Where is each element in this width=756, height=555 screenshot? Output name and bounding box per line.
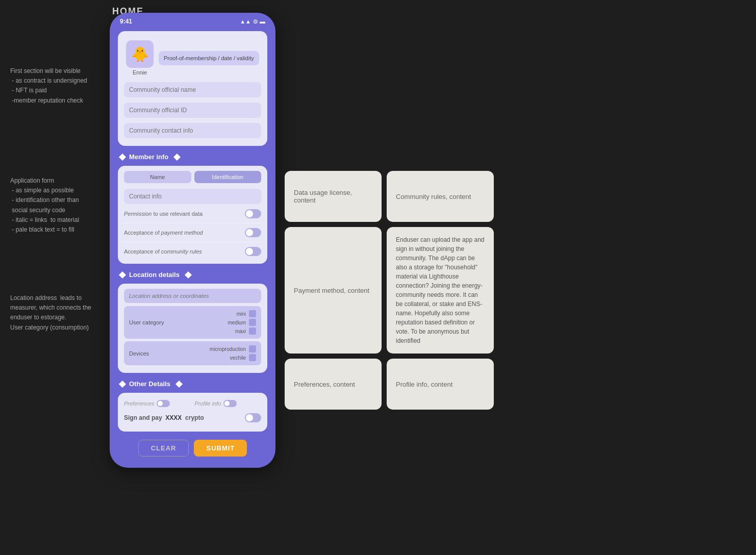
toggle-permission: Permission to use relevant data [124, 207, 261, 221]
toggle-community-rules-label: Acceptance of community rules [124, 248, 202, 255]
option-maxi: maxi [235, 327, 256, 335]
clear-button[interactable]: CLEAR [138, 440, 189, 457]
location-details-card: User category mini medium maxi [118, 284, 267, 373]
data-usage-card: Data usage license, content [285, 171, 382, 222]
button-row: CLEAR SUBMIT [115, 435, 270, 463]
annotation-location: Location address leads to measurer, whic… [10, 293, 112, 333]
devices-box: Devices microproduction vechile [124, 341, 261, 365]
location-input[interactable] [124, 289, 261, 303]
option-maxi-label: maxi [235, 329, 246, 334]
profile-info-content-label: Profile info, content [396, 381, 485, 388]
toggle-community-rules-switch[interactable] [245, 247, 261, 256]
member-info-label: Member info [129, 153, 168, 161]
profile-info-item: Profile info [195, 400, 262, 407]
profile-info-card: Profile info, content [387, 359, 494, 410]
other-details-label: Other Details [129, 380, 170, 388]
other-details-row: Preferences Profile info [124, 398, 261, 409]
enduser-card: Enduser can upload the app and sign in w… [387, 227, 494, 354]
location-details-label: Location details [129, 271, 180, 279]
other-diamond-right [175, 380, 183, 387]
toggle-payment-switch[interactable] [245, 228, 261, 237]
wifi-icon: ⊙ [253, 18, 258, 25]
community-rules-label: Community rules, content [396, 193, 485, 200]
community-contact-info-field[interactable] [124, 123, 261, 138]
sign-text: Sign and pay XXXX crypto [124, 414, 204, 421]
preferences-label: Preferences [124, 400, 154, 407]
option-vechile: vechile [230, 354, 256, 361]
toggle-profile-info[interactable] [223, 400, 237, 407]
battery-icon: ▬ [260, 18, 265, 24]
tab-identification[interactable]: Identification [194, 171, 262, 183]
user-category-box: User category mini medium maxi [124, 306, 261, 339]
sign-row: Sign and pay XXXX crypto [124, 409, 261, 426]
member-info-header: Member info [115, 149, 270, 163]
checkbox-medium[interactable] [249, 319, 256, 326]
user-category-options: mini medium maxi [228, 310, 256, 335]
other-details-header: Other Details [115, 376, 270, 390]
contact-info-field[interactable] [124, 189, 261, 204]
enduser-text: Enduser can upload the app and sign in w… [396, 235, 485, 345]
preferences-card: Preferences, content [285, 359, 382, 410]
option-mini-label: mini [237, 311, 246, 317]
tab-name[interactable]: Name [124, 171, 191, 183]
option-medium-label: medium [228, 320, 246, 325]
member-info-tabs: Name Identification [124, 171, 261, 183]
toggle-sign-pay[interactable] [245, 413, 261, 422]
option-medium: medium [228, 319, 256, 326]
location-diamond-left [119, 271, 126, 278]
option-microproduction-label: microproduction [210, 346, 246, 352]
user-category-label: User category [129, 319, 228, 325]
checkbox-mini[interactable] [249, 310, 256, 317]
location-diamond-right [185, 271, 192, 278]
preferences-item: Preferences [124, 400, 191, 407]
annotation-first-section: First section will be visible - as contr… [10, 66, 112, 106]
profile-info-label: Profile info [195, 400, 221, 407]
status-icons: ▲▲ ⊙ ▬ [240, 18, 265, 25]
member-info-diamond [119, 153, 126, 160]
checkbox-microproduction[interactable] [249, 345, 256, 352]
other-details-card: Preferences Profile info Sign and pay XX… [118, 393, 267, 432]
signal-icon: ▲▲ [240, 18, 251, 24]
checkbox-maxi[interactable] [249, 327, 256, 335]
avatar-emoji: 🐥 [131, 46, 149, 63]
toggle-permission-switch[interactable] [245, 209, 261, 218]
status-bar: 9:41 ▲▲ ⊙ ▬ [110, 13, 275, 28]
community-official-id-field[interactable] [124, 103, 261, 118]
location-details-header: Location details [115, 267, 270, 281]
toggle-payment: Acceptance of payment method [124, 225, 261, 240]
option-mini: mini [237, 310, 256, 317]
sign-currency: crypto [185, 414, 204, 421]
toggle-payment-label: Acceptance of payment method [124, 230, 203, 236]
avatar-name: Ennie [126, 69, 154, 75]
submit-button[interactable]: SUBMIT [194, 440, 247, 457]
payment-method-card: Payment method, content [285, 227, 382, 354]
other-diamond-left [119, 380, 126, 387]
community-official-name-field[interactable] [124, 82, 261, 97]
sign-text-label: Sign and pay [124, 414, 162, 421]
right-content-grid: Data usage license, content Community ru… [285, 171, 494, 410]
status-time: 9:41 [120, 18, 132, 25]
member-info-card: Name Identification Permission to use re… [118, 166, 267, 264]
toggle-permission-label: Permission to use relevant data [124, 211, 203, 217]
avatar: 🐥 [126, 40, 154, 68]
data-usage-label: Data usage license, content [294, 189, 372, 204]
checkbox-vechile[interactable] [249, 354, 256, 361]
payment-method-label: Payment method, content [294, 287, 372, 294]
option-vechile-label: vechile [230, 355, 246, 361]
preferences-content-label: Preferences, content [294, 381, 372, 388]
devices-options: microproduction vechile [210, 345, 256, 361]
annotation-application-form: Application form - as simple as possible… [10, 176, 112, 235]
toggle-preferences[interactable] [157, 400, 170, 407]
proof-of-membership: Proof-of-membership / date / validity [159, 51, 259, 65]
profile-card: 🐥 Ennie Proof-of-membership / date / val… [118, 31, 267, 146]
sign-amount: XXXX [165, 414, 182, 421]
toggle-community-rules: Acceptance of community rules [124, 244, 261, 259]
option-microproduction: microproduction [210, 345, 256, 352]
devices-label: Devices [129, 350, 210, 357]
phone-mockup: 9:41 ▲▲ ⊙ ▬ 🐥 Ennie Proof-of-membership … [110, 13, 275, 468]
community-rules-card: Community rules, content [387, 171, 494, 222]
member-info-diamond-right [173, 153, 181, 160]
